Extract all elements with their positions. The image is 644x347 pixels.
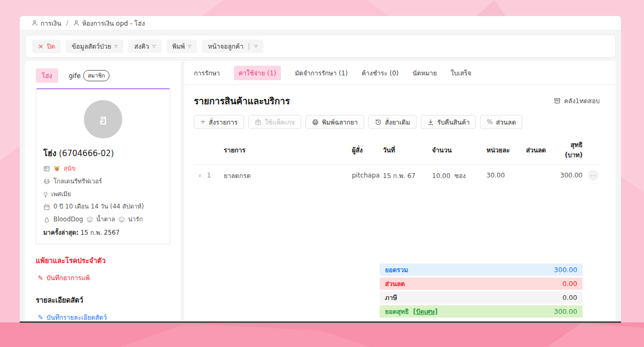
percent-icon: % <box>486 118 492 126</box>
row-more-button[interactable]: ··· <box>588 170 599 181</box>
blood-drop-icon <box>43 217 50 223</box>
discount-button[interactable]: % ส่วนลด <box>480 115 522 129</box>
unit-price: 30.00 <box>486 172 526 179</box>
color-value: น้ำตาล <box>96 215 115 225</box>
record-pet-details-link[interactable]: ✎ บันทึกรายละเอียดสัตว์ <box>38 312 170 321</box>
sidebar-tabs: โฮ่ง gife สมาชิก <box>36 68 170 83</box>
tax-label: ภาษี <box>385 292 397 303</box>
breed-line: โกลเดนรีทรีฟเวอร์ <box>43 177 163 187</box>
main-panel: การรักษา ค่าใช้จ่าย (1) มัดจำการรักษา (1… <box>184 61 616 321</box>
background-decoration <box>505 323 644 347</box>
summary-row-net: ยอดสุทธิ [ปัดเศษ] 300.00 <box>380 305 583 318</box>
history-icon <box>375 119 382 126</box>
breadcrumb-item-finance[interactable]: การเงิน <box>32 18 61 28</box>
tab-expenses[interactable]: ค่าใช้จ่าย (1) <box>234 66 281 80</box>
background-decoration <box>0 322 644 347</box>
pencil-icon: ✎ <box>38 314 43 321</box>
column-orderer: ผู้สั่ง <box>352 145 383 155</box>
summary-row-tax: ภาษี 0.00 <box>380 291 583 304</box>
chevron-down-icon: ▽ <box>254 44 257 49</box>
tab-deposit[interactable]: มัดจำการรักษา (1) <box>295 68 348 78</box>
expand-row-icon[interactable]: ∨ <box>198 173 202 178</box>
traits-line: BloodDog ☺ น้ำตาล ☺ น่ารัก <box>43 215 163 225</box>
background-decoration <box>96 323 395 347</box>
chevron-down-icon: ▽ <box>152 44 155 49</box>
tab-outstanding[interactable]: ค้างชำระ (0) <box>362 68 398 78</box>
column-unit-price: หน่วยละ <box>486 145 526 155</box>
order-item-button[interactable]: + สั่งรายการ <box>194 115 244 129</box>
tab-owner[interactable]: gife สมาชิก <box>69 70 109 81</box>
female-icon: ♀ <box>43 191 48 198</box>
archive-box-icon <box>554 97 561 104</box>
divider: | <box>248 43 250 50</box>
breadcrumb-separator: / <box>66 19 68 27</box>
person-icon <box>32 20 38 26</box>
net-value: 300.00 <box>554 307 577 315</box>
print-drug-label-button[interactable]: พิมพ์ฉลากยา <box>305 115 364 129</box>
column-date: วันที่ <box>383 145 432 155</box>
breed-icon <box>43 178 50 185</box>
color-face-icon: ☺ <box>87 217 93 223</box>
use-package-button[interactable]: ใช้แพ็คเกจ <box>248 115 301 129</box>
gender-line: ♀ เพศเมีย <box>43 190 163 199</box>
warehouse-selector[interactable]: คลัง1ทดสอบ <box>554 96 600 106</box>
tab-pet-name[interactable]: โฮ่ง <box>36 68 58 83</box>
person-icon <box>73 20 80 26</box>
main-tabs: การรักษา ค่าใช้จ่าย (1) มัดจำการรักษา (1… <box>184 61 616 85</box>
patient-name: โฮ่ง (6704666-02) <box>43 147 163 160</box>
table-row[interactable]: ∨ 1 ยาลดกรด pitchapa 15 ก.พ. 67 10.00 ซอ… <box>194 165 600 186</box>
pencil-icon: ✎ <box>38 275 43 281</box>
column-discount: ส่วนลด <box>526 145 555 155</box>
section-title: รายการสินค้าและบริการ <box>194 94 290 108</box>
column-total: สุทธิ (บาท) <box>555 140 583 160</box>
tab-appointments[interactable]: นัดหมาย <box>413 68 437 78</box>
patient-sidebar: โฮ่ง gife สมาชิก ฮ โฮ่ง (6704666-02) <box>25 61 181 321</box>
orderer: pitchapa <box>352 172 383 179</box>
customer-screen-button[interactable]: หน้าจอลูกค้า | ▽ <box>202 40 263 53</box>
rounding-link[interactable]: [ปัดเศษ] <box>413 306 438 317</box>
toolbar: × ปิด ข้อมูลสัตว์ป่วย ▽ ส่งคิว ▽ พิมพ์ ▽… <box>25 35 616 58</box>
trait-face-icon: ☺ <box>118 217 125 223</box>
breadcrumb-item-cashier-room[interactable]: ห้องการเงิน opd - โฮ่ง <box>73 18 145 28</box>
summary-row-subtotal: ยอดรวม 300.00 <box>380 264 583 276</box>
close-button[interactable]: × ปิด <box>32 40 61 53</box>
send-queue-button[interactable]: ส่งคิว ▽ <box>128 40 161 53</box>
allergy-section-title: แพ้ยาและโรคประจำตัว <box>36 255 170 266</box>
close-icon: × <box>38 43 44 50</box>
tab-receipt[interactable]: ใบเสร็จ <box>451 68 471 78</box>
return-goods-button[interactable]: รับคืนสินค้า <box>421 115 476 129</box>
totals-summary: ยอดรวม 300.00 ส่วนลด 0.00 ภาษี 0.00 ยอดส… <box>380 264 583 320</box>
order-date: 15 ก.พ. 67 <box>383 171 432 181</box>
breadcrumb-label: การเงิน <box>41 18 61 28</box>
app-window: การเงิน / ห้องการเงิน opd - โฮ่ง × ปิด ข… <box>20 16 621 323</box>
summary-row-discount: ส่วนลด 0.00 <box>380 277 583 290</box>
last-visit: มาครั้งล่าสุด: 15 ก.พ. 2567 <box>43 228 163 237</box>
package-icon <box>255 119 262 126</box>
item-actions: + สั่งรายการ ใช้แพ็คเกจ พิมพ์ฉลากยา <box>194 115 600 129</box>
patient-data-button[interactable]: ข้อมูลสัตว์ป่วย ▽ <box>66 40 123 53</box>
print-button[interactable]: พิมพ์ ▽ <box>167 40 198 53</box>
plus-icon: + <box>200 118 206 126</box>
age-value: 0 ปี 10 เดือน 14 วัน (44 สัปดาห์) <box>53 202 144 212</box>
age-line: 0 ปี 10 เดือน 14 วัน (44 สัปดาห์) <box>43 202 163 212</box>
reorder-previous-button[interactable]: สั่งยาเดิม <box>368 115 417 129</box>
avatar: ฮ <box>84 100 122 138</box>
column-item: รายการ <box>224 145 352 155</box>
age-icon <box>43 204 50 211</box>
item-name: ยาลดกรด <box>224 171 352 181</box>
record-allergy-link[interactable]: ✎ บันทึกอาการแพ้ <box>38 273 170 283</box>
patient-card: ฮ โฮ่ง (6704666-02) สุนัข <box>36 88 170 244</box>
table-header: รายการ ผู้สั่ง วันที่ จำนวน หน่วยละ ส่วน… <box>194 135 600 165</box>
tab-treatment[interactable]: การรักษา <box>194 68 220 78</box>
subtotal-value: 300.00 <box>554 266 577 274</box>
row-index: 1 <box>207 172 211 179</box>
trait-value: น่ารัก <box>128 215 143 225</box>
discount-label: ส่วนลด <box>385 279 405 289</box>
tax-value: 0.00 <box>562 294 577 302</box>
breadcrumb: การเงิน / ห้องการเงิน opd - โฮ่ง <box>20 16 621 30</box>
blood-value: BloodDog <box>53 215 83 225</box>
pet-details-section-title: รายละเอียดสัตว์ <box>36 295 170 306</box>
member-badge: สมาชิก <box>83 70 109 81</box>
printer-icon <box>312 119 319 126</box>
gender-value: เพศเมีย <box>51 190 71 199</box>
